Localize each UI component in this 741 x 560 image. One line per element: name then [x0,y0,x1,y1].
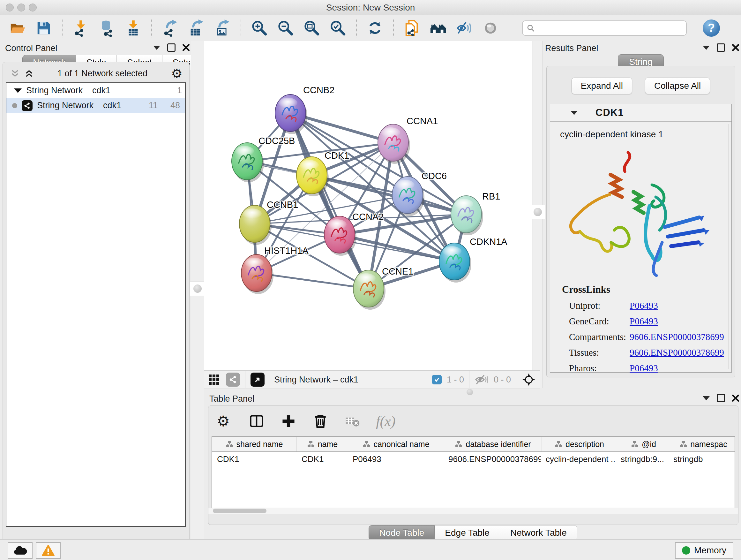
table-row[interactable]: CDK1CDK1P064939606.ENSP00000378699cyclin… [212,452,735,466]
toolbar-separator [62,19,63,37]
column-header[interactable]: @id [617,437,670,451]
network-thumbnail-icon[interactable] [226,373,240,387]
warning-icon [42,544,55,557]
table-cell[interactable]: cyclin-dependent ... [541,454,616,464]
zoom-selected-icon[interactable] [329,19,347,37]
network-tree: String Network – cdk1 1 String Network –… [6,82,186,527]
float-panel-icon[interactable] [717,44,725,52]
left-splitter-handle[interactable] [190,281,205,296]
expand-all-icon[interactable] [24,69,34,78]
expand-all-button[interactable]: Expand All [571,78,632,94]
show-columns-icon[interactable] [248,413,265,429]
network-collection-row[interactable]: String Network – cdk1 1 [6,83,185,98]
close-panel-icon[interactable] [732,395,739,401]
column-header[interactable]: database identifier [444,437,542,451]
table-cell[interactable]: CDK1 [296,454,347,464]
network-selection-row: 1 of 1 Network selected ⚙ [6,66,186,81]
tab-network-table[interactable]: Network Table [500,525,577,541]
network-canvas[interactable]: CCNB2CCNA1CDC25BCDK1CDC6RB1CCNB1CCNA2CDK… [204,41,532,370]
network-node-label: CCNA1 [407,116,438,126]
results-panel-header: Results Panel [545,42,741,54]
toolbar-items [8,19,500,37]
crosslink-link[interactable]: P06493 [630,363,658,374]
column-type-icon [631,440,638,448]
new-network-from-selection-icon[interactable] [403,19,421,37]
create-column-plus-icon[interactable] [280,413,297,429]
crosslink-link[interactable]: 9606.ENSP00000378699 [630,348,724,358]
birdseye-view-icon[interactable] [251,373,265,387]
table-toolbar: ⚙ f(x) [217,411,395,431]
zoom-fit-icon[interactable] [302,19,321,37]
left-splitter[interactable] [191,41,204,540]
tab-node-table[interactable]: Node Table [368,525,434,541]
table-settings-gear-icon[interactable]: ⚙ [217,414,230,428]
show-graphics-icon[interactable] [481,19,500,37]
table-cell[interactable]: stringdb [668,454,735,464]
help-button[interactable]: ? [703,19,720,37]
float-panel-icon[interactable] [167,44,176,52]
collection-label: String Network – cdk1 [26,85,111,96]
function-builder-icon[interactable]: f(x) [376,413,395,429]
selected-checkbox-icon[interactable] [432,375,442,384]
gene-header-row[interactable]: CDK1 [550,104,731,122]
open-session-icon[interactable] [8,19,27,37]
memory-button[interactable]: Memory [675,542,733,559]
network-row-selected[interactable]: String Network – cdk1 11 48 [6,98,185,113]
collection-expander-icon[interactable] [14,88,22,93]
column-header[interactable]: shared name [212,437,297,451]
search-box[interactable] [522,20,687,36]
refresh-icon[interactable] [366,19,384,37]
import-network-database-icon[interactable] [98,19,116,37]
delete-column-trash-icon[interactable] [312,413,329,429]
warning-status-button[interactable] [36,542,61,559]
close-panel-icon[interactable] [183,44,190,51]
houses-icon[interactable] [429,19,448,37]
crosslink-link[interactable]: P06493 [630,300,658,311]
crosslink-link[interactable]: 9606.ENSP00000378699 [630,332,724,342]
panel-menu-caret-icon[interactable] [153,46,160,50]
grid-view-icon[interactable] [208,373,221,386]
import-network-icon[interactable] [71,19,90,37]
panel-menu-caret-icon[interactable] [703,46,710,50]
float-panel-icon[interactable] [717,394,725,402]
export-network-icon[interactable] [161,19,179,37]
table-cell[interactable]: CDK1 [212,454,296,464]
column-header[interactable]: description [542,437,617,451]
collapse-all-icon[interactable] [10,69,20,78]
zoom-in-icon[interactable] [250,19,269,37]
delete-table-icon[interactable] [344,413,360,429]
tab-edge-table[interactable]: Edge Table [434,525,500,541]
right-splitter[interactable] [533,41,542,388]
column-header[interactable]: canonical name [348,437,444,451]
cloud-status-button[interactable] [8,542,32,559]
column-header[interactable]: name [297,437,348,451]
close-panel-icon[interactable] [732,44,739,51]
column-header[interactable]: namespac [670,437,735,451]
gene-expander-icon[interactable] [570,111,578,115]
search-input[interactable] [538,23,682,34]
table-cell[interactable]: P06493 [347,454,443,464]
zoom-out-icon[interactable] [276,19,295,37]
table-hscrollbar[interactable] [208,508,738,514]
crosslink-link[interactable]: P06493 [630,316,658,327]
table-cell[interactable]: stringdb:9... [616,454,668,464]
export-image-icon[interactable] [213,19,232,37]
column-type-icon [679,440,687,448]
gear-icon[interactable]: ⚙ [171,67,183,80]
fit-selected-crosshair-icon[interactable] [522,372,536,387]
node-table-body: CDK1CDK1P064939606.ENSP00000378699cyclin… [212,452,735,466]
save-session-icon[interactable] [35,19,53,37]
crosslink-row: Tissues:9606.ENSP00000378699 [562,348,724,358]
collapse-all-button[interactable]: Collapse All [645,78,710,94]
hidden-eye-icon[interactable] [475,374,488,385]
panel-menu-caret-icon[interactable] [703,396,710,400]
import-table-icon[interactable] [124,19,142,37]
export-table-icon[interactable] [187,19,205,37]
hidden-counts: 0 - 0 [494,375,511,385]
table-panel-title: Table Panel [209,394,254,404]
table-cell[interactable]: 9606.ENSP00000378699 [443,454,541,464]
network-edge[interactable] [340,235,455,261]
memory-label: Memory [694,545,726,556]
hide-graphics-icon[interactable] [455,19,474,37]
search-icon [527,24,535,32]
